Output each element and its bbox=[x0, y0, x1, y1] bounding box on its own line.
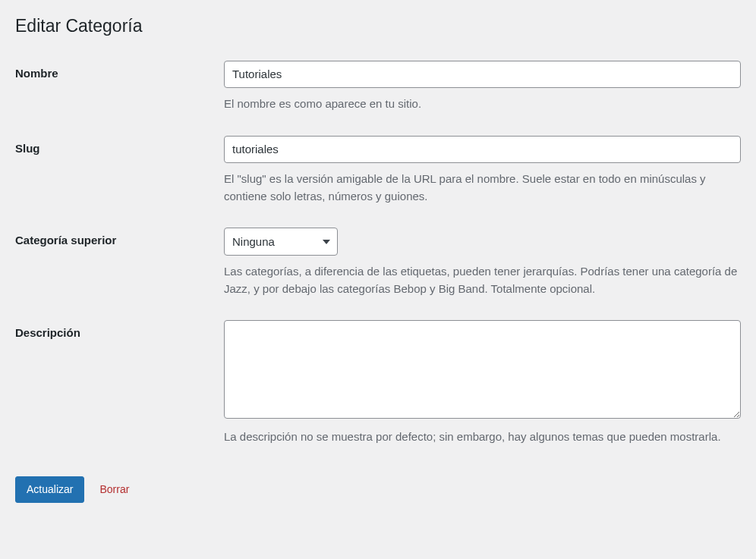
parent-help-text: Las categorías, a diferencia de las etiq… bbox=[224, 263, 741, 297]
description-label: Descripción bbox=[15, 320, 224, 339]
parent-label: Categoría superior bbox=[15, 228, 224, 247]
name-help-text: El nombre es como aparece en tu sitio. bbox=[224, 96, 741, 113]
name-row: Nombre El nombre es como aparece en tu s… bbox=[15, 61, 741, 113]
edit-category-form: Nombre El nombre es como aparece en tu s… bbox=[15, 61, 741, 446]
description-field-wrapper: La descripción no se muestra por defecto… bbox=[224, 320, 741, 446]
slug-field-wrapper: El "slug" es la versión amigable de la U… bbox=[224, 136, 741, 206]
slug-input[interactable] bbox=[224, 136, 741, 164]
update-button[interactable]: Actualizar bbox=[15, 476, 84, 503]
name-input[interactable] bbox=[224, 61, 741, 89]
form-actions: Actualizar Borrar bbox=[15, 476, 741, 503]
name-label: Nombre bbox=[15, 61, 224, 80]
parent-select[interactable]: Ninguna bbox=[224, 228, 338, 256]
parent-field-wrapper: Ninguna Las categorías, a diferencia de … bbox=[224, 228, 741, 297]
description-textarea[interactable] bbox=[224, 320, 741, 419]
parent-row: Categoría superior Ninguna Las categoría… bbox=[15, 228, 741, 297]
slug-help-text: El "slug" es la versión amigable de la U… bbox=[224, 171, 741, 205]
delete-link[interactable]: Borrar bbox=[99, 483, 129, 495]
description-row: Descripción La descripción no se muestra… bbox=[15, 320, 741, 446]
parent-select-wrapper: Ninguna bbox=[224, 228, 338, 256]
page-title: Editar Categoría bbox=[15, 15, 741, 38]
slug-label: Slug bbox=[15, 136, 224, 155]
description-help-text: La descripción no se muestra por defecto… bbox=[224, 429, 741, 446]
slug-row: Slug El "slug" es la versión amigable de… bbox=[15, 136, 741, 206]
name-field-wrapper: El nombre es como aparece en tu sitio. bbox=[224, 61, 741, 113]
